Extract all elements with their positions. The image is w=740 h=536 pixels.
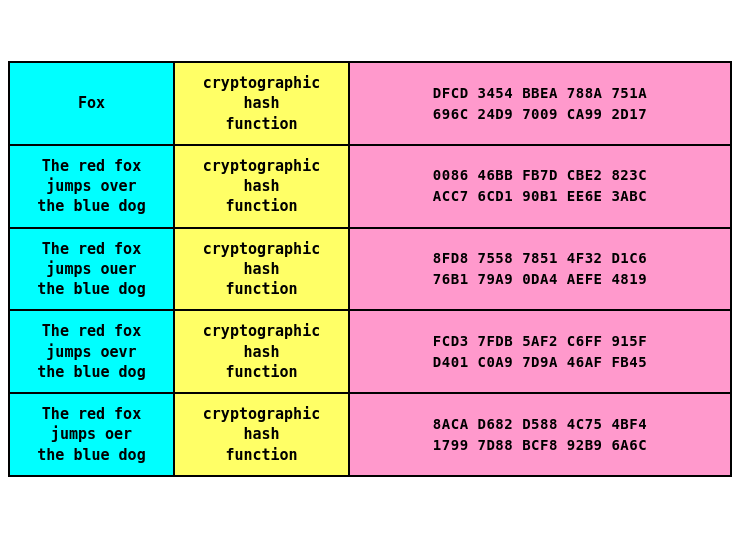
hash-cell-0: DFCD 3454 BBEA 788A 751A 696C 24D9 7009 … (350, 63, 730, 144)
hash-cell-2: 8FD8 7558 7851 4F32 D1C6 76B1 79A9 0DA4 … (350, 229, 730, 310)
input-cell-2: The red fox jumps ouer the blue dog (10, 229, 175, 310)
row-0: Foxcryptographic hash functionDFCD 3454 … (8, 61, 732, 146)
hash-cell-1: 0086 46BB FB7D CBE2 823C ACC7 6CD1 90B1 … (350, 146, 730, 227)
row-1: The red fox jumps over the blue dogcrypt… (8, 144, 732, 229)
fn-cell-3: cryptographic hash function (175, 311, 350, 392)
fn-cell-0: cryptographic hash function (175, 63, 350, 144)
main-container: Foxcryptographic hash functionDFCD 3454 … (0, 53, 740, 483)
row-4: The red fox jumps oer the blue dogcrypto… (8, 392, 732, 477)
input-cell-0: Fox (10, 63, 175, 144)
row-2: The red fox jumps ouer the blue dogcrypt… (8, 227, 732, 312)
fn-cell-2: cryptographic hash function (175, 229, 350, 310)
input-cell-4: The red fox jumps oer the blue dog (10, 394, 175, 475)
input-cell-1: The red fox jumps over the blue dog (10, 146, 175, 227)
fn-cell-1: cryptographic hash function (175, 146, 350, 227)
input-cell-3: The red fox jumps oevr the blue dog (10, 311, 175, 392)
row-3: The red fox jumps oevr the blue dogcrypt… (8, 309, 732, 394)
hash-cell-4: 8ACA D682 D588 4C75 4BF4 1799 7D88 BCF8 … (350, 394, 730, 475)
fn-cell-4: cryptographic hash function (175, 394, 350, 475)
hash-cell-3: FCD3 7FDB 5AF2 C6FF 915F D401 C0A9 7D9A … (350, 311, 730, 392)
